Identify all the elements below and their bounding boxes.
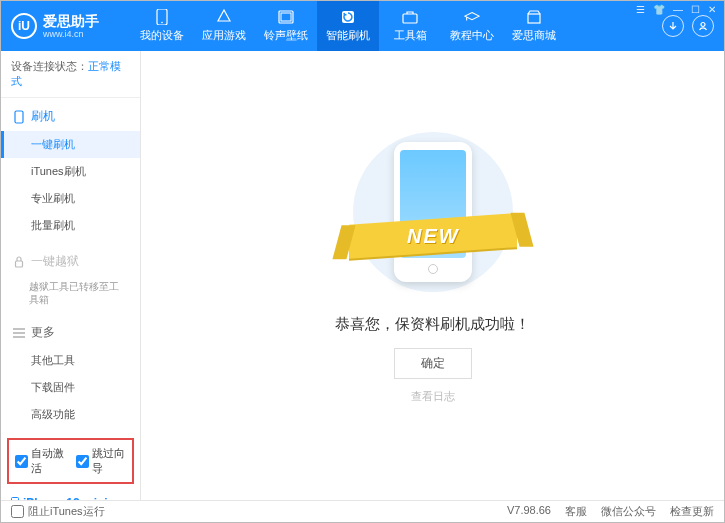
nav-ringtones[interactable]: 铃声壁纸 bbox=[255, 1, 317, 51]
sidebar-item-firmware[interactable]: 下载固件 bbox=[1, 374, 140, 401]
nav-flash[interactable]: 智能刷机 bbox=[317, 1, 379, 51]
jailbreak-note: 越狱工具已转移至工具箱 bbox=[29, 280, 128, 306]
svg-rect-9 bbox=[16, 261, 23, 267]
nav-tutorials[interactable]: 教程中心 bbox=[441, 1, 503, 51]
sidebar-item-oneclick[interactable]: 一键刷机 bbox=[1, 131, 140, 158]
main-content: NEW 恭喜您，保资料刷机成功啦！ 确定 查看日志 bbox=[141, 51, 724, 500]
service-link[interactable]: 客服 bbox=[565, 504, 587, 519]
lock-icon bbox=[13, 256, 25, 268]
wallpaper-icon bbox=[278, 9, 294, 25]
svg-rect-6 bbox=[528, 14, 540, 23]
logo: iU 爱思助手 www.i4.cn bbox=[11, 13, 131, 39]
svg-rect-8 bbox=[15, 111, 23, 123]
section-jailbreak: 一键越狱 bbox=[1, 247, 140, 276]
section-more[interactable]: 更多 bbox=[1, 318, 140, 347]
minimize-icon[interactable]: — bbox=[673, 4, 683, 15]
sidebar: 设备连接状态：正常模式 刷机 一键刷机 iTunes刷机 专业刷机 批量刷机 一… bbox=[1, 51, 141, 500]
toolbox-icon bbox=[402, 9, 418, 25]
close-icon[interactable]: ✕ bbox=[708, 4, 716, 15]
svg-rect-3 bbox=[281, 13, 291, 21]
window-controls: ☰ 👕 — ☐ ✕ bbox=[636, 4, 716, 15]
check-skip-setup[interactable]: 跳过向导 bbox=[76, 446, 127, 476]
svg-rect-5 bbox=[403, 14, 417, 23]
checkbox-group: 自动激活 跳过向导 bbox=[7, 438, 134, 484]
nav-store[interactable]: 爱思商城 bbox=[503, 1, 565, 51]
store-icon bbox=[526, 9, 542, 25]
list-icon bbox=[13, 327, 25, 339]
sidebar-item-itunes[interactable]: iTunes刷机 bbox=[1, 158, 140, 185]
ribbon-text: NEW bbox=[406, 225, 459, 248]
refresh-icon bbox=[340, 9, 356, 25]
maximize-icon[interactable]: ☐ bbox=[691, 4, 700, 15]
phone-icon bbox=[154, 9, 170, 25]
section-flash[interactable]: 刷机 bbox=[1, 102, 140, 131]
skin-icon[interactable]: 👕 bbox=[653, 4, 665, 15]
app-title: 爱思助手 bbox=[43, 14, 99, 28]
download-button[interactable] bbox=[662, 15, 684, 37]
nav-toolbox[interactable]: 工具箱 bbox=[379, 1, 441, 51]
block-itunes-check[interactable]: 阻止iTunes运行 bbox=[11, 504, 105, 519]
sidebar-item-advanced[interactable]: 高级功能 bbox=[1, 401, 140, 428]
ok-button[interactable]: 确定 bbox=[394, 348, 472, 379]
sidebar-item-pro[interactable]: 专业刷机 bbox=[1, 185, 140, 212]
view-log-link[interactable]: 查看日志 bbox=[411, 389, 455, 404]
apps-icon bbox=[216, 9, 232, 25]
success-illustration: NEW bbox=[343, 127, 523, 297]
header: iU 爱思助手 www.i4.cn 我的设备 应用游戏 铃声壁纸 智能刷机 工具… bbox=[1, 1, 724, 51]
sidebar-item-batch[interactable]: 批量刷机 bbox=[1, 212, 140, 239]
svg-point-1 bbox=[161, 22, 163, 24]
wechat-link[interactable]: 微信公众号 bbox=[601, 504, 656, 519]
user-button[interactable] bbox=[692, 15, 714, 37]
update-link[interactable]: 检查更新 bbox=[670, 504, 714, 519]
menu-icon[interactable]: ☰ bbox=[636, 4, 645, 15]
hat-icon bbox=[464, 9, 480, 25]
check-auto-activate[interactable]: 自动激活 bbox=[15, 446, 66, 476]
nav-apps[interactable]: 应用游戏 bbox=[193, 1, 255, 51]
success-message: 恭喜您，保资料刷机成功啦！ bbox=[335, 315, 530, 334]
sidebar-item-other[interactable]: 其他工具 bbox=[1, 347, 140, 374]
logo-icon: iU bbox=[11, 13, 37, 39]
device-status: 设备连接状态：正常模式 bbox=[1, 51, 140, 98]
svg-point-7 bbox=[701, 23, 705, 27]
top-nav: 我的设备 应用游戏 铃声壁纸 智能刷机 工具箱 教程中心 爱思商城 bbox=[131, 1, 662, 51]
app-subtitle: www.i4.cn bbox=[43, 30, 99, 39]
phone-icon bbox=[13, 111, 25, 123]
nav-my-device[interactable]: 我的设备 bbox=[131, 1, 193, 51]
version-label: V7.98.66 bbox=[507, 504, 551, 519]
footer: 阻止iTunes运行 V7.98.66 客服 微信公众号 检查更新 bbox=[1, 500, 724, 522]
header-right bbox=[662, 15, 714, 37]
